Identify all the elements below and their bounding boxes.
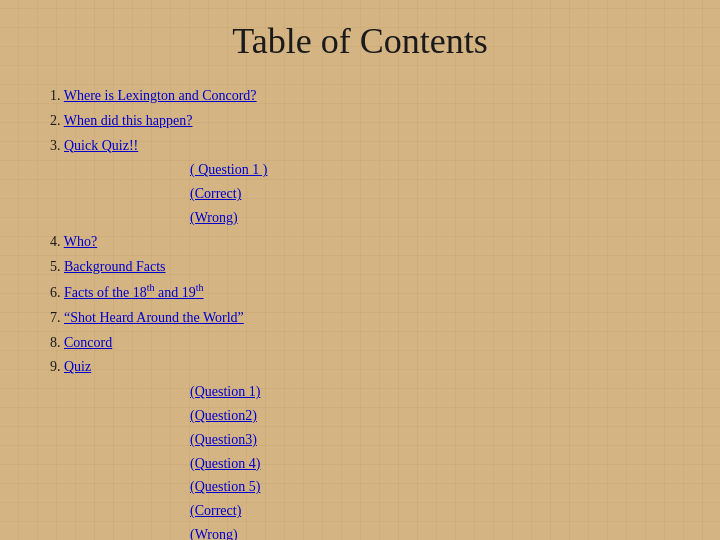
item-number: 1. bbox=[50, 88, 64, 103]
quiz2-question5: (Question 5) bbox=[190, 475, 670, 499]
quiz2-question1: (Question 1) bbox=[190, 380, 670, 404]
superscript-th2: th bbox=[196, 282, 204, 293]
toc-item-1: 1. Where is Lexington and Concord? bbox=[50, 84, 670, 108]
quiz1-question1-link[interactable]: ( Question 1 ) bbox=[190, 162, 267, 177]
quiz2-question4: (Question 4) bbox=[190, 452, 670, 476]
toc-link-8[interactable]: Concord bbox=[64, 335, 112, 350]
quiz2-q5-link[interactable]: (Question 5) bbox=[190, 479, 260, 494]
quiz2-correct: (Correct) bbox=[190, 499, 670, 523]
item-number: 9. bbox=[50, 359, 64, 374]
toc-link-9[interactable]: Quiz bbox=[64, 359, 91, 374]
quiz2-q1-link[interactable]: (Question 1) bbox=[190, 384, 260, 399]
quiz1-wrong-link[interactable]: (Wrong) bbox=[190, 210, 238, 225]
toc-link-1[interactable]: Where is Lexington and Concord? bbox=[64, 88, 257, 103]
quiz1-correct-link[interactable]: (Correct) bbox=[190, 186, 241, 201]
quiz1-question1: ( Question 1 ) bbox=[190, 158, 670, 182]
quiz2-q4-link[interactable]: (Question 4) bbox=[190, 456, 260, 471]
quiz2-question3: (Question3) bbox=[190, 428, 670, 452]
item-number: 3. bbox=[50, 138, 64, 153]
toc-item-8: 8. Concord bbox=[50, 331, 670, 355]
quiz1-sub-items: ( Question 1 ) (Correct) (Wrong) bbox=[190, 158, 670, 229]
quiz2-q2-link[interactable]: (Question2) bbox=[190, 408, 257, 423]
quiz2-wrong: (Wrong) bbox=[190, 523, 670, 540]
toc-link-5[interactable]: Background Facts bbox=[64, 259, 165, 274]
toc-item-4: 4. Who? bbox=[50, 230, 670, 254]
toc-item-5: 5. Background Facts bbox=[50, 255, 670, 279]
toc-container: 1. Where is Lexington and Concord? 2. Wh… bbox=[50, 84, 670, 540]
quiz2-wrong-link[interactable]: (Wrong) bbox=[190, 527, 238, 540]
item-number: 2. bbox=[50, 113, 64, 128]
quiz2-correct-link[interactable]: (Correct) bbox=[190, 503, 241, 518]
item-number: 6. bbox=[50, 285, 64, 300]
quiz2-sub-items: (Question 1) (Question2) (Question3) (Qu… bbox=[190, 380, 670, 540]
toc-link-2[interactable]: When did this happen? bbox=[64, 113, 193, 128]
superscript-th1: th bbox=[147, 282, 155, 293]
page-title: Table of Contents bbox=[50, 20, 670, 62]
toc-item-9: 9. Quiz bbox=[50, 355, 670, 379]
quiz2-question2: (Question2) bbox=[190, 404, 670, 428]
item-number: 4. bbox=[50, 234, 64, 249]
toc-item-7: 7. “Shot Heard Around the World” bbox=[50, 306, 670, 330]
quiz2-q3-link[interactable]: (Question3) bbox=[190, 432, 257, 447]
quiz1-correct: (Correct) bbox=[190, 182, 670, 206]
item-number: 5. bbox=[50, 259, 64, 274]
item-number: 7. bbox=[50, 310, 64, 325]
toc-link-4[interactable]: Who? bbox=[64, 234, 97, 249]
toc-link-7[interactable]: “Shot Heard Around the World” bbox=[64, 310, 244, 325]
toc-link-6[interactable]: Facts of the 18th and 19th bbox=[64, 285, 204, 300]
toc-item-6: 6. Facts of the 18th and 19th bbox=[50, 279, 670, 304]
item-number: 8. bbox=[50, 335, 64, 350]
toc-item-3: 3. Quick Quiz!! bbox=[50, 134, 670, 158]
toc-link-3[interactable]: Quick Quiz!! bbox=[64, 138, 138, 153]
quiz1-wrong: (Wrong) bbox=[190, 206, 670, 230]
toc-item-2: 2. When did this happen? bbox=[50, 109, 670, 133]
